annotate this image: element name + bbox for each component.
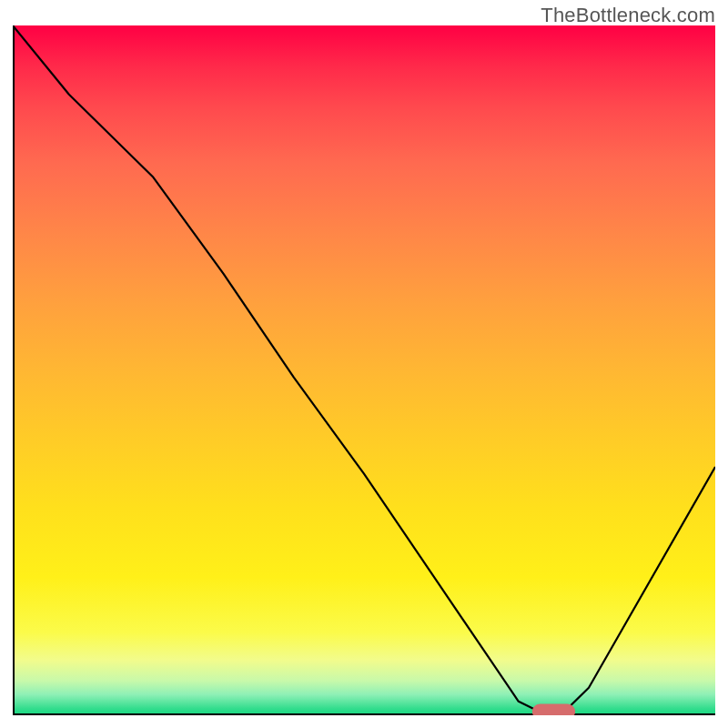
chart-plot-area	[13, 25, 715, 715]
bottleneck-curve	[13, 25, 715, 715]
minimum-marker	[532, 704, 574, 715]
chart-svg	[13, 25, 715, 715]
watermark-text: TheBottleneck.com	[541, 4, 715, 27]
